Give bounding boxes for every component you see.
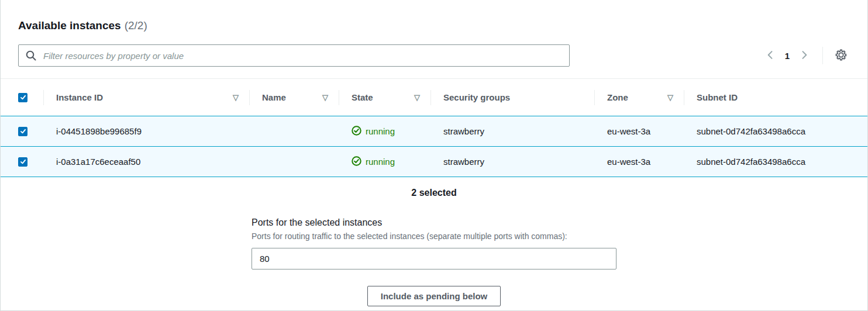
ports-form: Ports for the selected instances Ports f… (252, 217, 616, 269)
instances-table: Instance ID ▽ Name ▽ State ▽ Security gr… (1, 78, 867, 177)
page-title: Available instances(2/2) (18, 16, 147, 32)
search-icon (25, 50, 37, 61)
sort-icon[interactable]: ▽ (233, 93, 239, 102)
sort-icon[interactable]: ▽ (414, 93, 420, 102)
table-row[interactable]: i-0a31a17c6eceaaf50 running strawberry e… (1, 146, 867, 177)
gear-icon (835, 49, 848, 63)
cell-instance-id: i-04451898be99685f9 (43, 116, 249, 146)
ports-label: Ports for the selected instances (252, 217, 616, 228)
row-checkbox-cell (1, 116, 43, 146)
table-header-row: Instance ID ▽ Name ▽ State ▽ Security gr… (1, 78, 867, 116)
cell-zone: eu-west-3a (594, 147, 684, 177)
header-cell-select-all (1, 79, 43, 116)
column-label: Zone (607, 92, 628, 102)
status-running-icon (352, 126, 361, 137)
chevron-left-icon (764, 49, 776, 63)
column-label: Instance ID (56, 92, 103, 102)
select-all-checkbox[interactable] (18, 93, 27, 102)
row-checkbox[interactable] (18, 127, 27, 136)
column-label: Name (262, 92, 286, 102)
toolbar-divider (822, 47, 823, 64)
cell-security-groups: strawberry (430, 116, 594, 146)
cell-name (249, 116, 339, 146)
header-cell-instance-id[interactable]: Instance ID ▽ (43, 79, 249, 116)
header-cell-subnet-id: Subnet ID (684, 79, 867, 116)
header-cell-zone[interactable]: Zone ▽ (594, 79, 684, 116)
state-text: running (366, 126, 395, 136)
column-label: Security groups (443, 92, 510, 102)
ports-input[interactable] (252, 248, 616, 269)
cell-security-groups: strawberry (430, 147, 594, 177)
cell-name (249, 147, 339, 177)
settings-button[interactable] (831, 46, 851, 65)
ports-description: Ports for routing traffic to the selecte… (252, 231, 616, 241)
cell-state: running (339, 116, 430, 146)
header-cell-state[interactable]: State ▽ (339, 79, 430, 116)
header-cell-security-groups: Security groups (430, 79, 594, 116)
cell-zone: eu-west-3a (594, 116, 684, 146)
cell-instance-id: i-0a31a17c6eceaaf50 (43, 147, 249, 177)
sort-icon[interactable]: ▽ (667, 93, 673, 102)
toolbar-right: 1 (760, 46, 851, 65)
instance-count: (2/2) (125, 19, 147, 32)
available-instances-panel: Available instances(2/2) 1 (0, 0, 868, 311)
button-row: Include as pending below (1, 286, 867, 306)
column-label: State (352, 92, 373, 102)
pagination-next-button[interactable] (794, 46, 814, 65)
status-running-icon (352, 156, 361, 168)
selection-summary: 2 selected (1, 188, 867, 198)
chevron-right-icon (798, 49, 810, 63)
filter-box (18, 44, 570, 67)
header-cell-name[interactable]: Name ▽ (249, 79, 339, 116)
state-text: running (366, 157, 395, 167)
pagination-prev-button[interactable] (760, 46, 780, 65)
panel-header: Available instances(2/2) (18, 16, 850, 33)
sort-icon[interactable]: ▽ (322, 93, 328, 102)
row-checkbox-cell (1, 147, 43, 177)
filter-input[interactable] (18, 44, 570, 67)
cell-subnet-id: subnet-0d742fa63498a6cca (684, 147, 867, 177)
table-row[interactable]: i-04451898be99685f9 running strawberry e… (1, 116, 867, 147)
include-as-pending-button[interactable]: Include as pending below (367, 286, 501, 306)
row-checkbox[interactable] (18, 157, 27, 167)
cell-state: running (339, 147, 430, 177)
cell-subnet-id: subnet-0d742fa63498a6cca (684, 116, 867, 146)
column-label: Subnet ID (697, 92, 738, 102)
toolbar: 1 (18, 44, 851, 67)
pagination-current-page[interactable]: 1 (780, 51, 794, 61)
panel-title-text: Available instances (18, 19, 121, 32)
